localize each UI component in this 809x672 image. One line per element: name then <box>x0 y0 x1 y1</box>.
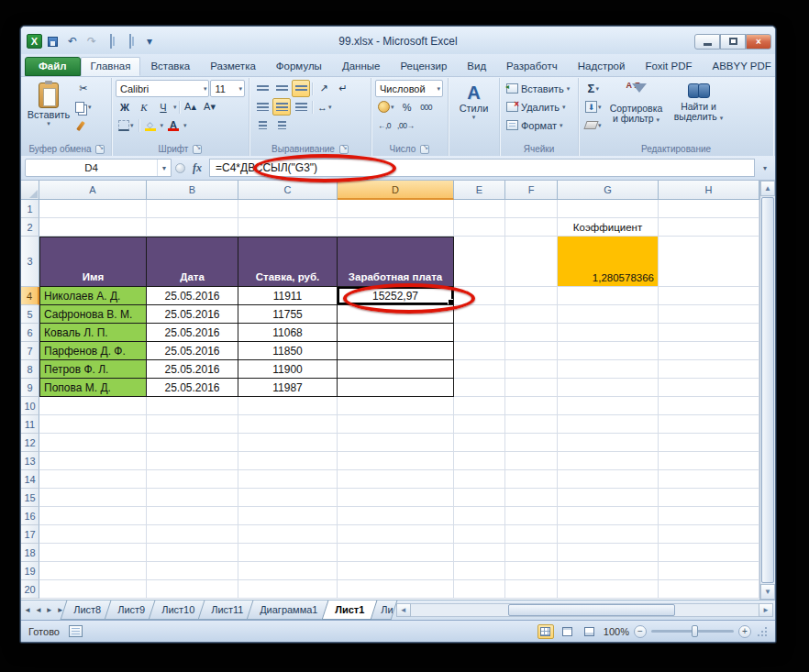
ribbon-tab-вставка[interactable]: Вставка <box>140 57 200 76</box>
scroll-left-icon[interactable]: ◄ <box>396 603 411 617</box>
font-name-combo[interactable]: Calibri▾ <box>116 80 209 97</box>
cell-H12[interactable] <box>659 434 759 452</box>
redo-icon[interactable]: ↷ <box>83 34 100 50</box>
cell-C19[interactable] <box>238 562 338 580</box>
comma-style-button[interactable]: 000 <box>417 98 436 116</box>
cell-H13[interactable] <box>659 452 759 470</box>
cell-F13[interactable] <box>505 452 558 470</box>
cell-B16[interactable] <box>147 507 238 525</box>
row-header-6[interactable]: 6 <box>21 324 39 342</box>
cell-F11[interactable] <box>505 415 558 434</box>
cell-G12[interactable] <box>558 434 659 452</box>
cell-B18[interactable] <box>147 544 238 562</box>
print-preview-icon[interactable] <box>103 34 119 50</box>
row-header-18[interactable]: 18 <box>21 544 39 562</box>
cell-G5[interactable] <box>558 305 659 324</box>
cell-A2[interactable] <box>39 218 147 237</box>
orientation-button[interactable]: ↗ <box>315 80 333 97</box>
cell-H5[interactable] <box>659 305 759 324</box>
format-painter-button[interactable] <box>72 116 94 134</box>
zoom-out-icon[interactable]: − <box>634 625 647 638</box>
cell-A10[interactable] <box>39 397 147 415</box>
cell-D17[interactable] <box>338 525 454 544</box>
cell-D10[interactable] <box>338 397 454 415</box>
cell-A3[interactable]: Имя <box>39 237 147 287</box>
row-header-2[interactable]: 2 <box>21 218 39 237</box>
cell-A6[interactable]: Коваль Л. П. <box>39 324 147 342</box>
align-center-button[interactable] <box>272 98 291 116</box>
row-header-14[interactable]: 14 <box>21 470 39 489</box>
horizontal-scrollbar[interactable]: ◄ ► <box>396 602 773 618</box>
sheet-tab-лист1[interactable]: Лист1 <box>321 600 377 620</box>
cell-C16[interactable] <box>238 507 338 525</box>
cell-B19[interactable] <box>147 562 238 580</box>
cell-B13[interactable] <box>147 452 238 470</box>
ribbon-tab-разработч[interactable]: Разработч <box>496 57 568 76</box>
scroll-down-icon[interactable]: ▼ <box>760 584 775 600</box>
insert-function-icon[interactable]: fx <box>189 161 205 175</box>
cell-F9[interactable] <box>505 379 558 397</box>
cell-A15[interactable] <box>39 489 147 507</box>
cell-F6[interactable] <box>505 324 558 342</box>
workbook-view-icon[interactable] <box>122 34 139 50</box>
name-box-dropdown-icon[interactable]: ▼ <box>157 160 171 176</box>
cell-E9[interactable] <box>454 379 505 397</box>
cell-C20[interactable] <box>238 580 338 599</box>
sheet-tab-диаграмма1[interactable]: Диаграмма1 <box>247 600 331 620</box>
cell-B6[interactable]: 25.05.2016 <box>147 324 238 342</box>
cell-G2[interactable]: Коэффициент <box>558 218 659 237</box>
cell-E10[interactable] <box>454 397 505 415</box>
excel-logo-icon[interactable]: X <box>27 34 42 49</box>
align-middle-button[interactable] <box>272 80 291 97</box>
cell-C4[interactable]: 11911 <box>238 287 338 305</box>
cell-E4[interactable] <box>454 287 505 305</box>
font-color-button[interactable]: А <box>164 116 183 134</box>
row-header-4[interactable]: 4 <box>21 287 39 305</box>
merge-center-button[interactable]: ↔▾ <box>315 98 335 116</box>
row-header-12[interactable]: 12 <box>21 434 39 452</box>
cell-B4[interactable]: 25.05.2016 <box>147 287 238 305</box>
cell-H4[interactable] <box>659 287 759 305</box>
cell-E17[interactable] <box>454 525 505 544</box>
cell-F17[interactable] <box>505 525 558 544</box>
cell-H9[interactable] <box>659 379 759 397</box>
cell-G8[interactable] <box>558 360 659 379</box>
row-header-7[interactable]: 7 <box>21 342 39 360</box>
horizontal-scroll-thumb[interactable] <box>508 604 675 616</box>
cell-B10[interactable] <box>147 397 238 415</box>
cell-E11[interactable] <box>454 415 505 434</box>
cell-F16[interactable] <box>505 507 558 525</box>
cell-C10[interactable] <box>238 397 338 415</box>
cell-A17[interactable] <box>39 525 147 544</box>
cell-G6[interactable] <box>558 324 659 342</box>
cell-G16[interactable] <box>558 507 659 525</box>
zoom-slider[interactable] <box>651 630 734 633</box>
resize-grip[interactable] <box>757 626 768 637</box>
cell-E15[interactable] <box>454 489 505 507</box>
cell-C7[interactable]: 11850 <box>238 342 338 360</box>
column-header-G[interactable]: G <box>558 181 659 200</box>
row-header-15[interactable]: 15 <box>21 489 39 507</box>
cell-E13[interactable] <box>454 452 505 470</box>
expand-formula-bar-icon[interactable]: ▾ <box>759 164 771 172</box>
cell-A19[interactable] <box>39 562 147 580</box>
row-header-13[interactable]: 13 <box>21 452 39 470</box>
font-color-dropdown-icon[interactable]: ▾ <box>183 122 187 129</box>
align-right-button[interactable] <box>292 98 310 116</box>
row-header-17[interactable]: 17 <box>21 525 39 544</box>
normal-view-button[interactable] <box>537 624 554 639</box>
shrink-font-button[interactable]: А▾ <box>201 98 219 116</box>
cell-G3[interactable]: 1,280578366 <box>558 237 659 287</box>
font-size-combo[interactable]: 11▾ <box>210 80 245 97</box>
cell-G13[interactable] <box>558 452 659 470</box>
cell-H18[interactable] <box>659 544 759 562</box>
page-break-view-button[interactable] <box>582 624 598 639</box>
column-header-D[interactable]: D <box>338 181 454 200</box>
cell-H10[interactable] <box>659 397 759 415</box>
cell-D18[interactable] <box>338 544 454 562</box>
cell-A12[interactable] <box>39 434 147 452</box>
cell-D12[interactable] <box>338 434 454 452</box>
clear-button[interactable]: ▾ <box>582 116 604 134</box>
cell-D20[interactable] <box>338 580 454 599</box>
next-sheet-icon[interactable]: ► <box>46 606 53 614</box>
